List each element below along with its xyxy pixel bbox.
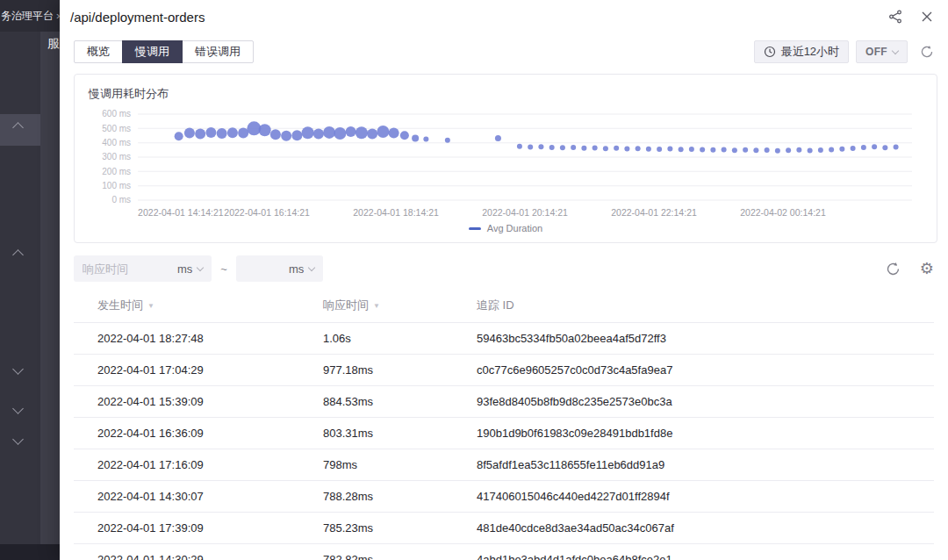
time-range-label: 最近12小时 — [781, 44, 839, 60]
legend-marker — [469, 227, 481, 230]
table-row[interactable]: 2022-04-01 17:16:09798ms8f5afdf1ea53c118… — [74, 449, 934, 481]
table-row[interactable]: 2022-04-01 17:04:29977.18msc0c77c6e96052… — [74, 355, 934, 386]
trace-id-cell: c0c77c6e9605257c0c0d73c4a5fa9ea7 — [477, 355, 934, 386]
trace-id-cell: 190b1d9b0f61983c09e28491bdb1fd8e — [477, 418, 934, 449]
share-icon[interactable] — [888, 10, 902, 24]
background-page-title: 服 — [47, 36, 60, 52]
breadcrumb: 务治理平台› — [0, 0, 60, 32]
svg-text:2022-04-01 16:14:21: 2022-04-01 16:14:21 — [224, 207, 310, 218]
refresh-icon[interactable] — [920, 45, 934, 59]
tab-item[interactable]: 慢调用 — [122, 40, 183, 63]
response-time-cell: 788.28ms — [323, 481, 477, 513]
occurred-at-cell: 2022-04-01 14:30:29 — [74, 544, 323, 560]
occurred-at-cell: 2022-04-01 15:39:09 — [74, 386, 323, 418]
unit-to-value: ms — [289, 262, 304, 276]
page-title: /api/deployment-orders — [70, 10, 888, 25]
unit-from-value: ms — [177, 262, 192, 276]
svg-text:300 ms: 300 ms — [102, 153, 131, 162]
tab-item[interactable]: 错误调用 — [182, 40, 254, 63]
occurred-at-cell: 2022-04-01 14:30:07 — [74, 481, 323, 513]
tab-bar: 概览慢调用错误调用 — [74, 40, 254, 63]
unit-from-select[interactable]: ms — [169, 255, 212, 282]
refresh-icon[interactable] — [886, 262, 901, 276]
trace-id-cell: 93fe8d8405b8fb9d8c235e2573e0bc3a — [477, 386, 934, 418]
clock-icon — [764, 46, 776, 58]
breadcrumb-text: 务治理平台 — [1, 10, 54, 22]
occurred-at-cell: 2022-04-01 17:16:09 — [74, 449, 323, 481]
trace-id-cell: 417406015046c440ed4227d01ff2894f — [477, 481, 934, 513]
table-row[interactable]: 2022-04-01 17:39:09785.23ms481de40cdce8d… — [74, 513, 934, 544]
tab-item[interactable]: 概览 — [74, 40, 123, 63]
table-row[interactable]: 2022-04-01 16:36:09803.31ms190b1d9b0f619… — [74, 418, 934, 449]
chevron-down-icon — [892, 47, 899, 54]
trace-id-cell: 8f5afdf1ea53c118655fe11eb6dd91a9 — [477, 449, 934, 481]
svg-text:2022-04-02 00:14:21: 2022-04-02 00:14:21 — [740, 207, 826, 218]
column-header-trace-id: 追踪 ID — [477, 289, 934, 323]
chart-legend[interactable]: Avg Duration — [89, 223, 923, 233]
trace-id-cell: 59463bc5334fb50a02beea4af5d72ff3 — [477, 323, 934, 355]
close-icon[interactable] — [922, 11, 932, 22]
unit-to-select[interactable]: ms — [280, 255, 323, 282]
response-time-cell: 798ms — [323, 449, 477, 481]
toolbar: 概览慢调用错误调用 最近12小时 OFF — [60, 33, 948, 63]
occurred-at-cell: 2022-04-01 18:27:48 — [74, 323, 323, 355]
response-time-cell: 977.18ms — [323, 355, 477, 386]
legend-label: Avg Duration — [487, 223, 542, 233]
svg-text:200 ms: 200 ms — [102, 167, 131, 176]
table-row[interactable]: 2022-04-01 14:30:07788.28ms417406015046c… — [74, 481, 934, 513]
table-body: 2022-04-01 18:27:481.06s59463bc5334fb50a… — [74, 323, 934, 560]
toolbar-right: 最近12小时 OFF — [754, 40, 934, 63]
sort-icon[interactable]: ▼ — [147, 302, 154, 310]
column-header-occurred-at[interactable]: 发生时间▼ — [74, 289, 323, 323]
svg-text:100 ms: 100 ms — [102, 181, 131, 190]
chevron-down-icon — [197, 263, 204, 270]
svg-text:2022-04-01 22:14:21: 2022-04-01 22:14:21 — [611, 207, 697, 218]
page-root: 务治理平台› 服 /api/deployment-orders — [0, 0, 948, 560]
chart-card: 慢调用耗时分布 0 ms100 ms200 ms300 ms400 ms500 … — [74, 74, 937, 243]
time-range-button[interactable]: 最近12小时 — [754, 40, 849, 63]
svg-text:400 ms: 400 ms — [102, 138, 131, 147]
response-time-cell: 785.23ms — [323, 513, 477, 544]
gear-icon[interactable]: ⚙ — [920, 261, 934, 276]
svg-text:2022-04-01 18:14:21: 2022-04-01 18:14:21 — [353, 207, 439, 218]
response-time-to-input[interactable] — [236, 262, 280, 276]
chevron-down-icon — [308, 263, 315, 270]
trace-id-cell: 481de40cdce8d3ae34ad50ac34c067af — [477, 513, 934, 544]
svg-text:2022-04-01 20:14:21: 2022-04-01 20:14:21 — [482, 207, 568, 218]
filter-row: ms ~ ms ⚙ — [74, 255, 934, 282]
table-row[interactable]: 2022-04-01 18:27:481.06s59463bc5334fb50a… — [74, 323, 934, 355]
range-tilde: ~ — [220, 262, 227, 276]
response-time-from-group: ms — [74, 255, 212, 282]
detail-drawer: /api/deployment-orders 概览慢调用错误调用 — [60, 0, 948, 560]
background-sidebar: 务治理平台› 服 — [0, 0, 60, 560]
table-row[interactable]: 2022-04-01 14:30:29782.82ms4abd1be3abd4d… — [74, 544, 934, 560]
background-bottom-bar — [0, 544, 60, 560]
response-time-from-input[interactable] — [74, 262, 169, 276]
response-time-cell: 803.31ms — [323, 418, 477, 449]
trace-id-cell: 4abd1be3abd4d1afdc0bea64b8fce2e1 — [477, 544, 934, 560]
sampling-toggle-value: OFF — [865, 46, 887, 58]
response-time-cell: 1.06s — [323, 323, 477, 355]
svg-text:600 ms: 600 ms — [102, 110, 131, 119]
occurred-at-cell: 2022-04-01 16:36:09 — [74, 418, 323, 449]
slow-call-chart: 0 ms100 ms200 ms300 ms400 ms500 ms600 ms… — [89, 109, 923, 221]
slow-calls-table: 发生时间▼ 响应时间▼ 追踪 ID 2022-04-01 18:27:481.0… — [74, 289, 934, 560]
column-header-response-time[interactable]: 响应时间▼ — [323, 289, 477, 323]
response-time-cell: 884.53ms — [323, 386, 477, 418]
svg-text:0 ms: 0 ms — [111, 196, 131, 205]
svg-text:500 ms: 500 ms — [102, 124, 131, 133]
sampling-toggle-select[interactable]: OFF — [856, 40, 908, 63]
table-header-row: 发生时间▼ 响应时间▼ 追踪 ID — [74, 289, 934, 323]
sort-icon[interactable]: ▼ — [373, 302, 380, 310]
occurred-at-cell: 2022-04-01 17:04:29 — [74, 355, 323, 386]
response-time-to-group: ms — [236, 255, 323, 282]
table-actions: ⚙ — [886, 261, 934, 276]
table-row[interactable]: 2022-04-01 15:39:09884.53ms93fe8d8405b8f… — [74, 386, 934, 418]
response-time-cell: 782.82ms — [323, 544, 477, 560]
chart-title: 慢调用耗时分布 — [89, 86, 923, 102]
nav-rail — [0, 32, 40, 544]
drawer-header: /api/deployment-orders — [60, 0, 948, 33]
svg-text:2022-04-01 14:14:21: 2022-04-01 14:14:21 — [138, 207, 224, 218]
occurred-at-cell: 2022-04-01 17:39:09 — [74, 513, 323, 544]
